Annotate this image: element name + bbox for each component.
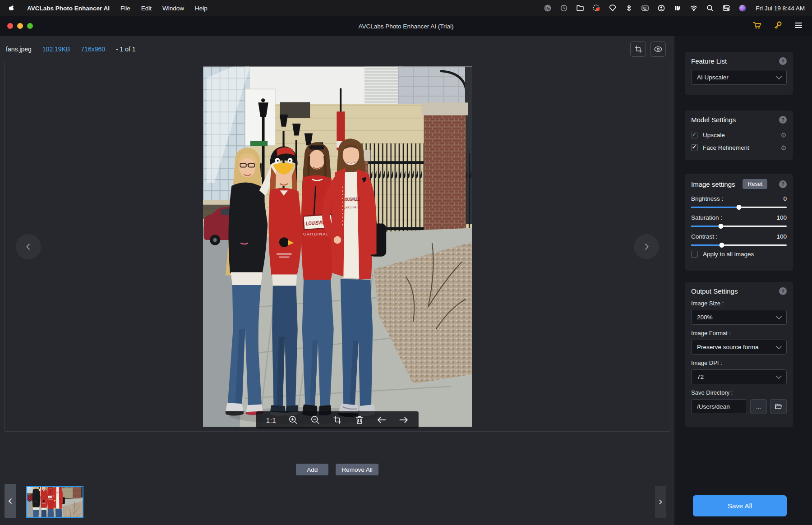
cart-icon[interactable]: [752, 21, 761, 30]
apply-all-row: Apply to all images: [691, 251, 787, 258]
previous-image-button[interactable]: [16, 234, 41, 259]
arrow-left-icon: [377, 415, 387, 424]
model-settings-panel: Model Settings ? Upscale Face Refinement: [685, 111, 793, 160]
slider-handle[interactable]: [719, 243, 724, 248]
hamburger-menu-icon[interactable]: [794, 21, 803, 30]
shape-app-icon[interactable]: [609, 4, 617, 12]
zoom-in-button[interactable]: [288, 415, 298, 425]
face-refinement-option-row: Face Refinement: [691, 141, 787, 154]
open-directory-button[interactable]: [770, 399, 787, 414]
folder-open-icon: [775, 403, 782, 410]
reset-button[interactable]: Reset: [743, 179, 767, 189]
gear-icon[interactable]: [781, 144, 787, 151]
next-button[interactable]: [398, 415, 409, 425]
help-icon[interactable]: ?: [779, 180, 787, 188]
saturation-label: Saturation :: [691, 214, 722, 221]
chevron-down-icon: [776, 343, 782, 349]
saturation-slider[interactable]: [691, 226, 787, 227]
wifi-icon[interactable]: [690, 4, 698, 12]
brightness-slider[interactable]: [691, 207, 787, 208]
save-directory-field[interactable]: /Users/dean: [691, 399, 747, 414]
file-dimensions[interactable]: 716x960: [81, 46, 105, 53]
siri-icon[interactable]: [738, 4, 747, 12]
zoom-window-button[interactable]: [27, 23, 33, 29]
control-center-icon[interactable]: [722, 4, 730, 12]
titlebar-actions: [752, 21, 803, 30]
upscale-checkbox[interactable]: [691, 132, 698, 138]
main-area: fans.jpeg 102.19KB 716x960 - 1 of 1: [0, 36, 674, 525]
menubar-app-name[interactable]: AVCLabs Photo Enhancer AI: [27, 5, 110, 12]
image-dpi-select[interactable]: 72: [691, 369, 787, 384]
upscale-option-row: Upscale: [691, 129, 787, 141]
file-size[interactable]: 102.19KB: [42, 46, 70, 53]
settings-sidebar: Feature List ? AI Upscaler Model Setting…: [674, 36, 812, 525]
feature-select[interactable]: AI Upscaler: [691, 70, 787, 85]
image-format-select[interactable]: Preserve source forma: [691, 340, 787, 355]
folder-icon[interactable]: [576, 4, 584, 12]
save-directory-value: /Users/dean: [697, 403, 730, 410]
menubar-status-area: Up Fri Jul 19 8:44 AM: [544, 4, 805, 12]
screen: AVCLabs Photo Enhancer AI File Edit Wind…: [0, 0, 812, 525]
menu-window[interactable]: Window: [162, 5, 184, 12]
browse-directory-button[interactable]: ...: [750, 399, 767, 414]
screen-record-icon[interactable]: [592, 4, 600, 12]
time-machine-icon[interactable]: [560, 4, 568, 12]
zoom-out-button[interactable]: [310, 415, 320, 425]
crop-icon: [634, 45, 642, 53]
thumbnails-scroll-right-button[interactable]: [655, 486, 666, 518]
save-all-button[interactable]: Save All: [693, 495, 787, 516]
keyboard-icon[interactable]: [641, 4, 649, 12]
help-icon[interactable]: ?: [779, 116, 787, 124]
up-badge-icon[interactable]: Up: [544, 4, 552, 12]
next-image-button[interactable]: [634, 234, 659, 259]
thumbnails-scroll-left-button[interactable]: [5, 484, 16, 518]
menu-file[interactable]: File: [120, 5, 130, 12]
help-icon[interactable]: ?: [779, 287, 787, 295]
menu-help[interactable]: Help: [195, 5, 208, 12]
add-button[interactable]: Add: [296, 464, 328, 475]
chevron-right-icon: [658, 498, 663, 506]
trash-icon: [355, 415, 364, 424]
menu-edit[interactable]: Edit: [141, 5, 152, 12]
close-window-button[interactable]: [7, 23, 13, 29]
crop-tool-button[interactable]: [332, 415, 342, 425]
gear-icon[interactable]: [781, 132, 787, 138]
bluetooth-icon[interactable]: [625, 4, 633, 12]
key-icon[interactable]: [773, 21, 782, 30]
remove-all-button[interactable]: Remove All: [336, 464, 378, 475]
image-viewer: 1:1: [5, 62, 670, 432]
face-refinement-label: Face Refinement: [703, 144, 749, 151]
contrast-slider[interactable]: [691, 244, 787, 246]
minimize-window-button[interactable]: [17, 23, 23, 29]
user-circle-icon[interactable]: [657, 4, 665, 12]
contrast-value: 100: [776, 233, 787, 240]
apple-logo-icon[interactable]: [7, 4, 15, 12]
crop-button[interactable]: [630, 41, 646, 57]
chevron-left-icon: [24, 242, 33, 251]
image-dpi-value: 72: [697, 373, 704, 380]
thumbnail-selected[interactable]: [26, 486, 83, 518]
chevron-down-icon: [776, 313, 782, 319]
preview-compare-button[interactable]: [650, 41, 666, 57]
apply-all-checkbox[interactable]: [691, 251, 698, 258]
search-icon[interactable]: [706, 4, 714, 12]
brightness-value: 0: [783, 195, 787, 202]
file-actions-row: Add Remove All: [0, 464, 674, 475]
image-size-select[interactable]: 200%: [691, 310, 787, 325]
previous-button[interactable]: [376, 415, 387, 425]
chevron-right-icon: [642, 242, 651, 251]
photo-canvas: [203, 66, 472, 427]
help-icon[interactable]: ?: [779, 57, 787, 65]
save-directory-label: Save Directory :: [691, 389, 787, 396]
delete-image-button[interactable]: [354, 415, 364, 425]
viewer-toolbar: 1:1: [256, 411, 419, 428]
slider-handle[interactable]: [718, 224, 723, 229]
menu-bar: AVCLabs Photo Enhancer AI File Edit Wind…: [0, 0, 812, 16]
traffic-lights: [7, 23, 33, 29]
brightness-slider-group: Brightness : 0: [691, 194, 787, 208]
face-refinement-checkbox[interactable]: [691, 144, 698, 151]
image-settings-panel: Image settings Reset ? Brightness : 0 Sa…: [685, 174, 793, 271]
slider-handle[interactable]: [737, 205, 742, 210]
wallet-icon[interactable]: [674, 4, 682, 12]
actual-size-button[interactable]: 1:1: [266, 416, 276, 424]
